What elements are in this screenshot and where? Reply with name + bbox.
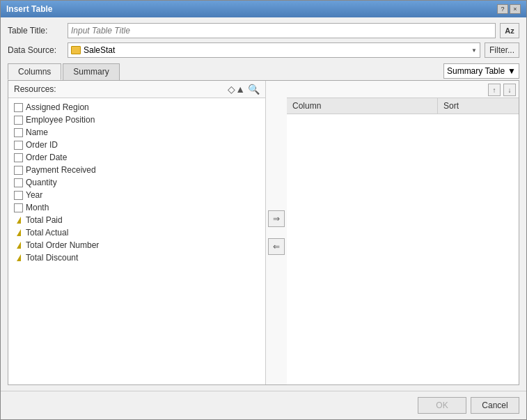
measure-icon [14, 254, 23, 263]
table-title-input[interactable] [68, 23, 496, 38]
move-down-button[interactable]: ↓ [503, 84, 516, 96]
checkbox-icon [14, 166, 23, 175]
transfer-right-button[interactable]: ⇒ [268, 210, 285, 227]
columns-panel: ↑ ↓ Column Sort [287, 81, 519, 384]
checkbox-icon [14, 178, 23, 187]
resource-item-label: Name [26, 127, 48, 137]
list-item[interactable]: Month [8, 201, 265, 214]
checkbox-icon [14, 153, 23, 162]
list-item[interactable]: Total Actual [8, 226, 265, 239]
resources-icons: ◇▲ 🔍 [228, 84, 260, 95]
transfer-panel: ⇒ ⇐ [266, 81, 287, 384]
measure-icon [14, 241, 23, 250]
tab-content: Resources: ◇▲ 🔍 Assigned RegionEmployee … [8, 80, 519, 385]
summary-table-label: Summary Table [447, 66, 505, 76]
columns-table-header: Column Sort [287, 98, 519, 114]
title-bar-buttons: ? × [497, 4, 521, 14]
dialog-title: Insert Table [6, 4, 52, 14]
checkbox-icon [14, 103, 23, 112]
search-icon[interactable]: 🔍 [248, 84, 260, 95]
tab-columns[interactable]: Columns [8, 63, 61, 80]
data-source-row: Data Source: SaleStat ▼ Filter... [8, 42, 519, 58]
checkbox-icon [14, 116, 23, 125]
sort-icon[interactable]: ◇▲ [228, 84, 245, 95]
az-button[interactable]: Az [500, 23, 519, 38]
dialog-content: Table Title: Az Data Source: SaleStat ▼ … [1, 17, 526, 391]
resource-item-label: Employee Position [26, 115, 95, 125]
columns-header-row: ↑ ↓ [287, 81, 519, 98]
list-item[interactable]: Employee Position [8, 114, 265, 126]
resource-item-label: Payment Received [26, 165, 96, 175]
data-source-value-wrapper: SaleStat [71, 45, 115, 55]
list-item[interactable]: Order Date [8, 151, 265, 164]
resources-label: Resources: [14, 84, 56, 94]
checkbox-icon [14, 191, 23, 200]
transfer-left-button[interactable]: ⇐ [268, 238, 285, 255]
filter-button[interactable]: Filter... [485, 42, 519, 58]
summary-table-area: Summary Table ▼ [443, 63, 519, 80]
tab-inner: Resources: ◇▲ 🔍 Assigned RegionEmployee … [8, 81, 519, 384]
data-source-select[interactable]: SaleStat ▼ [68, 42, 480, 58]
resources-header: Resources: ◇▲ 🔍 [8, 81, 265, 98]
resources-list: Assigned RegionEmployee PositionNameOrde… [8, 98, 265, 384]
list-item[interactable]: Total Discount [8, 251, 265, 264]
resource-item-label: Order Date [26, 153, 67, 162]
list-item[interactable]: Assigned Region [8, 101, 265, 114]
list-item[interactable]: Year [8, 189, 265, 201]
data-source-value: SaleStat [84, 45, 115, 55]
resources-panel: Resources: ◇▲ 🔍 Assigned RegionEmployee … [8, 81, 266, 384]
resource-item-label: Total Actual [26, 228, 68, 238]
ok-button[interactable]: OK [418, 397, 466, 414]
resource-item-label: Month [26, 203, 49, 212]
checkbox-icon [14, 128, 23, 137]
columns-table: Column Sort [287, 98, 519, 384]
data-source-dropdown-arrow: ▼ [471, 47, 477, 54]
sort-header-cell: Sort [438, 98, 519, 114]
data-source-label: Data Source: [8, 45, 63, 55]
list-item[interactable]: Total Paid [8, 214, 265, 226]
list-item[interactable]: Name [8, 126, 265, 139]
list-item[interactable]: Order ID [8, 139, 265, 151]
resource-item-label: Quantity [26, 178, 57, 187]
resource-item-label: Order ID [26, 140, 58, 150]
tabs-header: Columns Summary Summary Table ▼ [8, 63, 519, 80]
table-title-row: Table Title: Az [8, 23, 519, 38]
resource-item-label: Total Discount [26, 253, 78, 263]
measure-icon [14, 228, 23, 238]
insert-table-dialog: Insert Table ? × Table Title: Az Data So… [0, 0, 527, 420]
database-icon [71, 46, 81, 54]
resource-item-label: Total Paid [26, 215, 63, 225]
checkbox-icon [14, 203, 23, 212]
move-up-button[interactable]: ↑ [488, 84, 501, 96]
resource-item-label: Assigned Region [26, 102, 89, 112]
tab-summary[interactable]: Summary [63, 63, 119, 80]
help-button[interactable]: ? [497, 4, 508, 14]
close-button[interactable]: × [510, 4, 521, 14]
summary-table-dropdown-icon: ▼ [508, 66, 516, 76]
summary-table-select[interactable]: Summary Table ▼ [443, 63, 519, 79]
measure-icon [14, 216, 23, 225]
list-item[interactable]: Payment Received [8, 164, 265, 176]
list-item[interactable]: Quantity [8, 176, 265, 189]
table-title-label: Table Title: [8, 26, 63, 36]
column-header-cell: Column [287, 98, 438, 114]
cancel-button[interactable]: Cancel [471, 397, 519, 414]
resource-item-label: Total Order Number [26, 240, 99, 250]
resource-item-label: Year [26, 190, 42, 200]
list-item[interactable]: Total Order Number [8, 239, 265, 251]
title-bar: Insert Table ? × [1, 1, 526, 17]
checkbox-icon [14, 141, 23, 150]
dialog-footer: OK Cancel [1, 391, 526, 419]
tab-group: Columns Summary [8, 63, 121, 80]
